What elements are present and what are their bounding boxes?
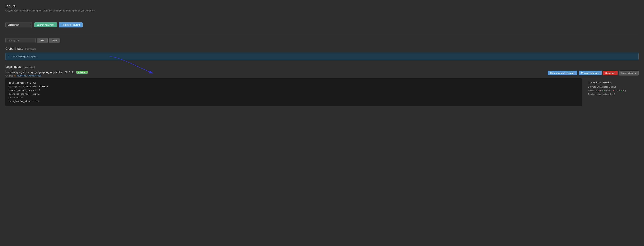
star-icon: ★ <box>14 75 16 77</box>
global-inputs-empty-box: ℹ There are no global inputs. <box>6 53 638 60</box>
config-line-5: port: 12201 <box>9 96 579 100</box>
metrics-title: Throughput / Metrics <box>588 81 635 84</box>
select-input-wrapper: Select input ▾ <box>6 22 32 28</box>
input-actions: Show received messages Manage extractors… <box>548 71 638 75</box>
io-total-down-icon: ▾ <box>613 89 614 92</box>
config-line-3: number_worker_threads: 8 <box>9 88 579 92</box>
input-item-info: Receiving logs from graylog-spring appli… <box>6 71 88 77</box>
local-input-item: Receiving logs from graylog-spring appli… <box>6 71 638 106</box>
input-node-row: On node ★ 4c3b9684 / 5964453e738d <box>6 75 88 77</box>
local-inputs-title: Local inputs <box>6 65 22 68</box>
node-id-link[interactable]: 4c3b9684 / 5964453e738d <box>17 75 41 77</box>
input-item-title-row: Receiving logs from graylog-spring appli… <box>6 71 88 74</box>
metrics-network-io: Network IO: ▾0B ▴0B (total: ▾278.0B ▴0B … <box>588 89 635 93</box>
stop-input-button[interactable]: Stop input <box>603 71 618 75</box>
page-header: Inputs Graylog nodes accept data via inp… <box>6 4 638 12</box>
more-actions-label: More actions <box>622 72 634 74</box>
more-actions-button[interactable]: More actions ▾ <box>619 71 638 75</box>
caret-down-icon: ▾ <box>635 72 636 74</box>
global-inputs-badge: 0 configured <box>25 48 36 50</box>
select-input[interactable]: Select input <box>6 22 32 28</box>
metrics-box: Throughput / Metrics 1 minute average ra… <box>585 78 638 99</box>
toolbar: Select input ▾ Launch new input Find mor… <box>6 20 638 30</box>
global-inputs-section-header: Global inputs 0 configured <box>6 47 638 51</box>
page-title: Inputs <box>6 4 638 9</box>
filter-button[interactable]: Filter <box>37 38 48 43</box>
page-container: Inputs Graylog nodes accept data via inp… <box>0 0 644 111</box>
input-type-badge: GELF UDP <box>65 71 75 73</box>
metrics-empty-messages: Empty messages discarded: 0 <box>588 92 635 96</box>
local-inputs-section: Local inputs 1 configured Receiving logs… <box>6 65 638 106</box>
info-icon: ℹ <box>8 55 10 58</box>
input-content-row: bind_address: 0.0.0.0 decompress_size_li… <box>6 78 638 106</box>
launch-new-input-button[interactable]: Launch new input <box>34 22 57 27</box>
filter-by-title-input[interactable] <box>6 38 36 43</box>
io-up-icon: ▴ <box>604 89 604 92</box>
io-total-up-icon: ▴ <box>621 89 622 92</box>
manage-extractors-button[interactable]: Manage extractors <box>579 71 602 75</box>
input-item-header: Receiving logs from graylog-spring appli… <box>6 71 638 77</box>
global-inputs-empty-message: There are no global inputs. <box>11 55 37 58</box>
io-down-icon: ▾ <box>600 89 600 92</box>
config-line-1: bind_address: 0.0.0.0 <box>9 81 579 85</box>
config-line-2: decompress_size_limit: 8388608 <box>9 85 579 88</box>
local-inputs-badge: 1 configured <box>24 66 35 68</box>
page-subtitle: Graylog nodes accept data via inputs. La… <box>6 10 638 12</box>
config-box: bind_address: 0.0.0.0 decompress_size_li… <box>6 78 582 106</box>
input-item-name: Receiving logs from graylog-spring appli… <box>6 71 63 74</box>
filter-bar: Filter Reset <box>6 38 638 43</box>
metrics-rate: 1 minute average rate: 0 msg/s <box>588 85 635 89</box>
node-label: On node <box>6 75 13 77</box>
global-inputs-title: Global inputs <box>6 47 23 50</box>
find-more-inputs-button[interactable]: Find more inputs ⧉ <box>59 22 82 28</box>
find-more-inputs-label: Find more inputs ⧉ <box>62 24 80 26</box>
config-line-4: override_source: <empty> <box>9 92 579 96</box>
config-line-6: recv_buffer_size: 262144 <box>9 100 579 103</box>
local-inputs-section-header: Local inputs 1 configured <box>6 65 638 69</box>
reset-button[interactable]: Reset <box>49 38 60 43</box>
show-received-messages-button[interactable]: Show received messages <box>548 71 578 75</box>
status-badge: RUNNING <box>76 71 88 74</box>
